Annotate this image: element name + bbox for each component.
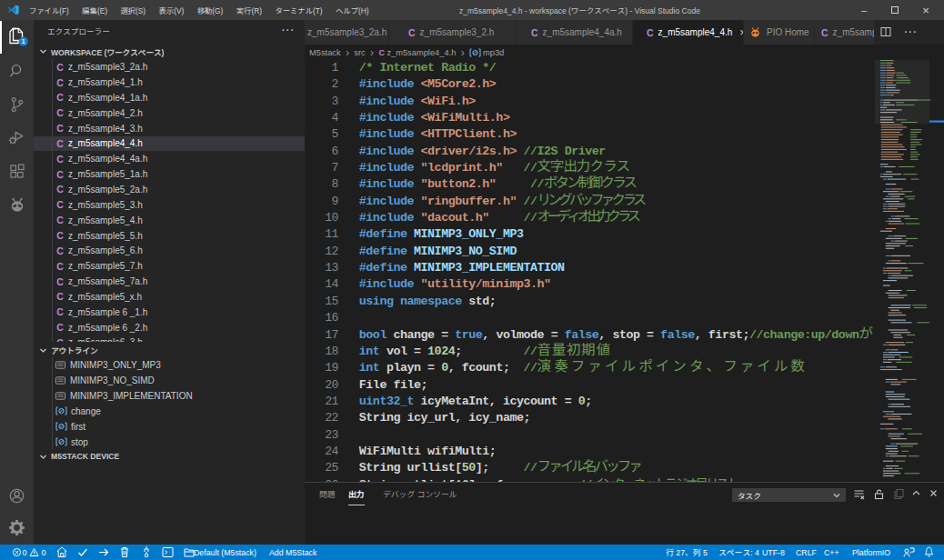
svg-text:1: 1: [21, 38, 25, 45]
svg-text:0: 0: [23, 548, 27, 557]
svg-text:0: 0: [42, 548, 46, 557]
